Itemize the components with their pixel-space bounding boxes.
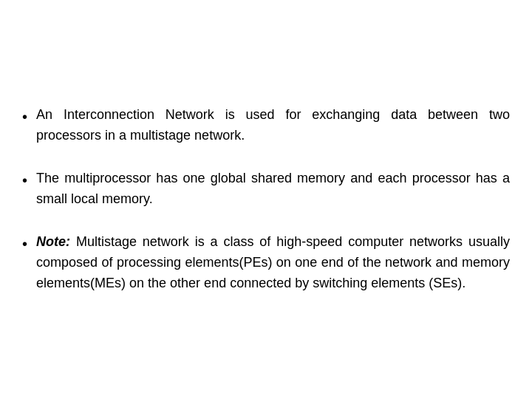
content-area: • An Interconnection Network is used for…: [15, 90, 517, 308]
note-body: Multistage network is a class of high-sp…: [36, 234, 510, 290]
bullet-item-3: • Note: Multistage network is a class of…: [22, 232, 510, 294]
bullet-text-1: An Interconnection Network is used for e…: [36, 105, 510, 146]
note-label: Note:: [36, 234, 70, 249]
bullet-text-2: The multiprocessor has one global shared…: [36, 168, 510, 210]
bullet-item-1: • An Interconnection Network is used for…: [22, 105, 510, 146]
bullet-symbol-2: •: [22, 169, 27, 192]
bullet-text-3: Note: Multistage network is a class of h…: [36, 232, 510, 294]
bullet-item-2: • The multiprocessor has one global shar…: [22, 168, 510, 210]
bullet-symbol-3: •: [22, 233, 27, 256]
bullet-symbol-1: •: [22, 106, 27, 129]
